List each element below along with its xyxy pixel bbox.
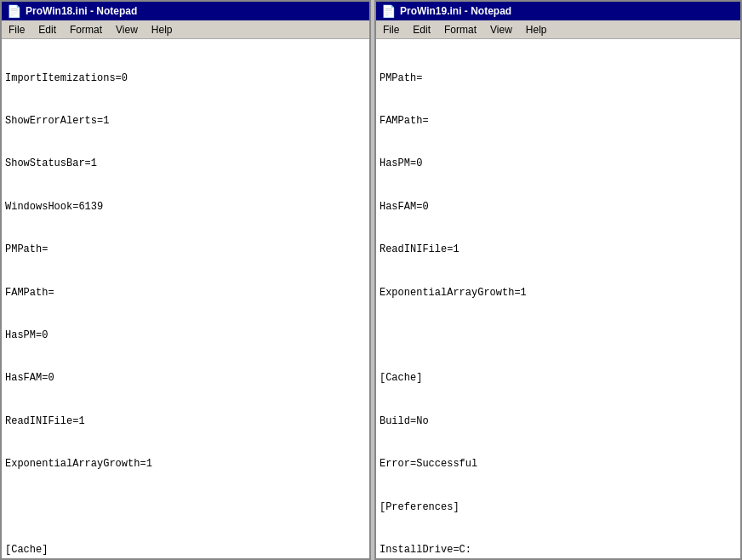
title-bar-2: 📄 ProWin19.ini - Notepad [376,2,740,20]
line-1-8: HasFAM=0 [5,371,366,386]
menu-edit-2[interactable]: Edit [406,22,437,37]
line-2-1: PMPath= [380,71,737,86]
menu-file-2[interactable]: File [376,22,406,37]
text-content-1: ImportItemizations=0 ShowErrorAlerts=1 S… [2,39,369,558]
line-2-12: InstallDrive=C: [380,543,737,557]
menu-help-2[interactable]: Help [519,22,554,37]
menu-format-1[interactable]: Format [63,22,109,37]
line-2-8: [Cache] [380,371,737,386]
line-1-7: HasPM=0 [5,329,366,343]
notepad-icon-2: 📄 [381,4,396,18]
line-1-12: [Cache] [5,543,366,557]
line-1-1: ImportItemizations=0 [5,71,366,86]
line-1-9: ReadINIFile=1 [5,414,366,429]
title-text-1: ProWin18.ini - Notepad [26,5,137,17]
line-2-7 [380,329,737,343]
line-1-2: ShowErrorAlerts=1 [5,114,366,129]
line-2-3: HasPM=0 [380,157,737,171]
line-1-10: ExponentialArrayGrowth=1 [5,457,366,471]
line-2-11: [Preferences] [380,500,737,515]
menu-format-2[interactable]: Format [437,22,483,37]
line-1-5: PMPath= [5,243,366,257]
line-1-3: ShowStatusBar=1 [5,157,366,171]
notepad-window-2: 📄 ProWin19.ini - Notepad File Edit Forma… [374,0,742,560]
line-1-4: WindowsHook=6139 [5,200,366,214]
title-text-2: ProWin19.ini - Notepad [400,5,511,17]
menu-file-1[interactable]: File [2,22,31,37]
line-2-10: Error=Successful [380,457,737,471]
line-2-5: ReadINIFile=1 [380,243,737,257]
notepad-window-1: 📄 ProWin18.ini - Notepad File Edit Forma… [0,0,371,560]
text-content-2: PMPath= FAMPath= HasPM=0 HasFAM=0 ReadIN… [376,39,740,558]
notepad-icon-1: 📄 [7,4,21,18]
line-1-11 [5,500,366,515]
menu-bar-2: File Edit Format View Help [376,20,740,39]
line-2-4: HasFAM=0 [380,200,737,214]
line-2-9: Build=No [380,414,737,429]
menu-view-1[interactable]: View [109,22,145,37]
title-bar-1: 📄 ProWin18.ini - Notepad [2,2,369,20]
menu-edit-1[interactable]: Edit [31,22,63,37]
line-2-6: ExponentialArrayGrowth=1 [380,286,737,300]
menu-bar-1: File Edit Format View Help [2,20,369,39]
menu-help-1[interactable]: Help [145,22,180,37]
menu-view-2[interactable]: View [483,22,519,37]
line-1-6: FAMPath= [5,286,366,300]
line-2-2: FAMPath= [380,114,737,129]
